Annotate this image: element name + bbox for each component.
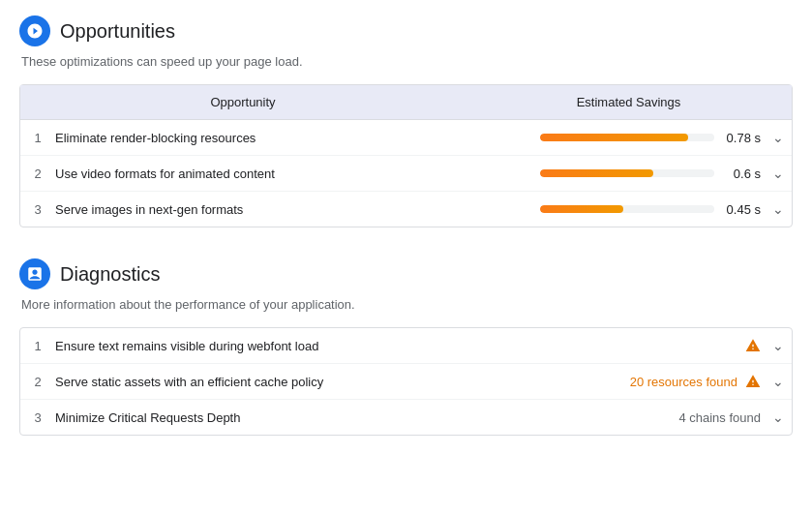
opportunities-header: Opportunities bbox=[19, 15, 793, 46]
opportunities-table: Opportunity Estimated Savings 1 Eliminat… bbox=[19, 84, 793, 227]
row-savings: 0.6 s ⌄ bbox=[466, 166, 792, 181]
savings-bar bbox=[540, 134, 688, 141]
table-row: 1 Ensure text remains visible during web… bbox=[20, 328, 792, 364]
savings-bar bbox=[540, 205, 623, 213]
diagnostics-header: Diagnostics bbox=[19, 258, 793, 289]
opportunity-col-header: Opportunity bbox=[20, 85, 466, 119]
diagnostics-title: Diagnostics bbox=[60, 263, 160, 286]
row-right: 20 resources found ⌄ bbox=[630, 374, 792, 389]
row-label: Use video formats for animated content bbox=[55, 167, 466, 181]
row-label: Serve images in next-gen formats bbox=[55, 202, 466, 217]
diagnostics-table: 1 Ensure text remains visible during web… bbox=[19, 327, 793, 436]
opportunities-title: Opportunities bbox=[60, 20, 175, 43]
row-savings: 0.78 s ⌄ bbox=[466, 130, 792, 145]
savings-value: 0.45 s bbox=[722, 202, 761, 217]
row-number: 3 bbox=[20, 202, 55, 217]
row-label: Serve static assets with an efficient ca… bbox=[55, 375, 630, 389]
row-number: 1 bbox=[20, 131, 55, 145]
row-number: 2 bbox=[20, 375, 55, 389]
savings-bar-container bbox=[540, 169, 714, 177]
opportunities-icon bbox=[19, 15, 50, 46]
savings-value: 0.78 s bbox=[722, 131, 761, 145]
warning-icon bbox=[745, 338, 761, 353]
chevron-down-icon[interactable]: ⌄ bbox=[772, 374, 784, 389]
row-number: 3 bbox=[20, 410, 55, 425]
diagnostic-value: 20 resources found bbox=[630, 375, 737, 389]
opportunities-section: Opportunities These optimizations can sp… bbox=[19, 15, 793, 227]
chevron-down-icon[interactable]: ⌄ bbox=[772, 201, 784, 217]
savings-col-header: Estimated Savings bbox=[466, 85, 792, 119]
row-savings: 0.45 s ⌄ bbox=[466, 201, 792, 217]
warning-icon bbox=[745, 374, 761, 389]
savings-bar-container bbox=[540, 134, 714, 141]
diagnostics-section: Diagnostics More information about the p… bbox=[19, 258, 793, 436]
table-row: 2 Serve static assets with an efficient … bbox=[20, 364, 792, 400]
row-number: 2 bbox=[20, 167, 55, 181]
row-label: Ensure text remains visible during webfo… bbox=[55, 339, 745, 353]
table-row: 2 Use video formats for animated content… bbox=[20, 156, 792, 192]
opportunities-table-header: Opportunity Estimated Savings bbox=[20, 85, 792, 120]
chevron-down-icon[interactable]: ⌄ bbox=[772, 166, 784, 181]
row-label: Eliminate render-blocking resources bbox=[55, 131, 466, 145]
table-row: 3 Minimize Critical Requests Depth 4 cha… bbox=[20, 400, 792, 435]
chevron-down-icon[interactable]: ⌄ bbox=[772, 338, 784, 353]
row-right: ⌄ bbox=[745, 338, 792, 353]
row-number: 1 bbox=[20, 339, 55, 353]
diagnostic-value: 4 chains found bbox=[678, 410, 761, 425]
chevron-down-icon[interactable]: ⌄ bbox=[772, 409, 784, 425]
table-row: 1 Eliminate render-blocking resources 0.… bbox=[20, 120, 792, 156]
savings-value: 0.6 s bbox=[722, 167, 761, 181]
table-row: 3 Serve images in next-gen formats 0.45 … bbox=[20, 192, 792, 227]
savings-bar-container bbox=[540, 205, 714, 213]
diagnostics-subtitle: More information about the performance o… bbox=[19, 297, 793, 312]
savings-bar bbox=[540, 169, 653, 177]
chevron-down-icon[interactable]: ⌄ bbox=[772, 130, 784, 145]
row-right: 4 chains found ⌄ bbox=[678, 409, 792, 425]
row-label: Minimize Critical Requests Depth bbox=[55, 410, 678, 425]
opportunities-subtitle: These optimizations can speed up your pa… bbox=[19, 54, 793, 69]
diagnostics-icon bbox=[19, 258, 50, 289]
